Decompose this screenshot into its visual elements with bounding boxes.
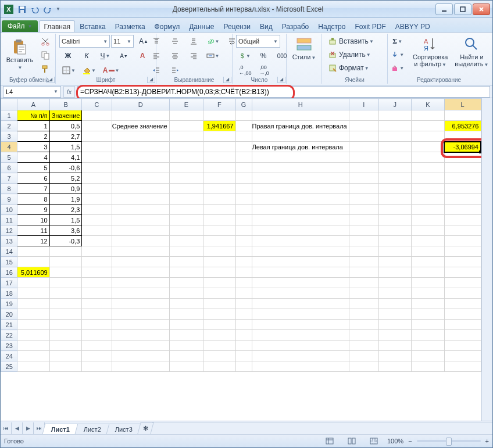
cell-C12[interactable] [82, 225, 112, 236]
cell-H11[interactable] [252, 215, 349, 225]
cell-C13[interactable] [82, 236, 112, 246]
cell-K21[interactable] [412, 320, 445, 330]
font-color-button[interactable]: A▼ [100, 64, 123, 77]
cell-K3[interactable] [412, 131, 445, 142]
cell-D4[interactable] [112, 142, 169, 152]
cell-F13[interactable] [203, 236, 235, 246]
cell-K20[interactable] [412, 309, 445, 320]
cell-H8[interactable] [252, 184, 349, 194]
cell-K16[interactable] [412, 267, 445, 278]
cell-J18[interactable] [378, 288, 412, 299]
cell-C21[interactable] [82, 320, 112, 330]
cell-I19[interactable] [349, 299, 378, 309]
row-header-13[interactable]: 13 [1, 236, 17, 246]
cell-I5[interactable] [349, 152, 378, 163]
cell-G24[interactable] [235, 351, 252, 361]
cell-L18[interactable] [444, 288, 481, 299]
cell-I22[interactable] [349, 330, 378, 341]
cell-I2[interactable] [349, 121, 378, 131]
save-icon[interactable] [17, 4, 27, 15]
cell-F5[interactable] [203, 152, 235, 163]
cell-J1[interactable] [378, 110, 412, 121]
number-format-combo[interactable]: Общий▼ [236, 35, 280, 48]
minimize-button[interactable] [435, 3, 453, 15]
cell-H25[interactable] [252, 361, 349, 372]
cell-H23[interactable] [252, 341, 349, 351]
cell-I15[interactable] [349, 257, 378, 267]
format-painter-button[interactable] [37, 63, 54, 76]
row-header-15[interactable]: 15 [1, 257, 17, 267]
zoom-out-button[interactable]: − [408, 438, 412, 445]
col-header-L[interactable]: L [444, 99, 481, 110]
cell-A20[interactable] [17, 309, 49, 320]
undo-icon[interactable] [30, 4, 40, 15]
cell-I11[interactable] [349, 215, 378, 225]
cell-G9[interactable] [235, 194, 252, 205]
cell-D11[interactable] [112, 215, 169, 225]
cell-D19[interactable] [112, 299, 169, 309]
cell-K10[interactable] [412, 205, 445, 215]
autosum-button[interactable]: Σ▼ [388, 35, 407, 48]
cell-K6[interactable] [412, 163, 445, 173]
cell-F22[interactable] [203, 330, 235, 341]
name-box[interactable]: L4▼ [3, 86, 61, 98]
cell-K1[interactable] [412, 110, 445, 121]
redo-icon[interactable] [42, 4, 53, 15]
cell-I14[interactable] [349, 246, 378, 257]
cell-G7[interactable] [235, 173, 252, 184]
cell-A1[interactable]: № п/п [17, 110, 49, 121]
cell-C6[interactable] [82, 163, 112, 173]
cell-J13[interactable] [378, 236, 412, 246]
cell-D10[interactable] [112, 205, 169, 215]
cell-D1[interactable] [112, 110, 169, 121]
font-name-combo[interactable]: Calibri▼ [59, 35, 110, 48]
find-select-button[interactable]: Найти и выделить▼ [453, 35, 490, 70]
number-launcher-icon[interactable]: ◢ [277, 77, 285, 83]
cell-I13[interactable] [349, 236, 378, 246]
cell-J2[interactable] [378, 121, 412, 131]
select-all-corner[interactable] [1, 99, 17, 110]
cell-F24[interactable] [203, 351, 235, 361]
cell-E19[interactable] [169, 299, 203, 309]
sheet-nav-prev[interactable]: ◀ [12, 422, 23, 434]
cell-L13[interactable] [444, 236, 481, 246]
cell-E8[interactable] [169, 184, 203, 194]
cell-C5[interactable] [82, 152, 112, 163]
cell-L10[interactable] [444, 205, 481, 215]
cell-H22[interactable] [252, 330, 349, 341]
cell-B3[interactable]: 2,7 [49, 131, 82, 142]
cell-I24[interactable] [349, 351, 378, 361]
cell-G23[interactable] [235, 341, 252, 351]
percent-button[interactable]: % [255, 49, 272, 62]
cell-C3[interactable] [82, 131, 112, 142]
cell-H3[interactable] [252, 131, 349, 142]
cell-B9[interactable]: 1,9 [49, 194, 82, 205]
cell-E9[interactable] [169, 194, 203, 205]
cell-A13[interactable]: 12 [17, 236, 49, 246]
cell-J4[interactable] [378, 142, 412, 152]
cell-D25[interactable] [112, 361, 169, 372]
cell-I23[interactable] [349, 341, 378, 351]
cell-E10[interactable] [169, 205, 203, 215]
cell-D5[interactable] [112, 152, 169, 163]
row-header-14[interactable]: 14 [1, 246, 17, 257]
cell-A22[interactable] [17, 330, 49, 341]
cell-B4[interactable]: 1,5 [49, 142, 82, 152]
cell-K14[interactable] [412, 246, 445, 257]
cell-F3[interactable] [203, 131, 235, 142]
currency-button[interactable]: $▼ [236, 49, 253, 62]
cell-B15[interactable] [49, 257, 82, 267]
cell-D13[interactable] [112, 236, 169, 246]
zoom-slider[interactable] [417, 440, 481, 442]
sort-filter-button[interactable]: АЯ Сортировка и фильтр▼ [409, 35, 451, 70]
cell-F7[interactable] [203, 173, 235, 184]
cell-K19[interactable] [412, 299, 445, 309]
cell-C8[interactable] [82, 184, 112, 194]
cell-E6[interactable] [169, 163, 203, 173]
cell-G2[interactable] [235, 121, 252, 131]
view-page-break-button[interactable] [365, 436, 383, 446]
cell-C19[interactable] [82, 299, 112, 309]
cell-J19[interactable] [378, 299, 412, 309]
cell-B6[interactable]: -0,6 [49, 163, 82, 173]
cell-E5[interactable] [169, 152, 203, 163]
